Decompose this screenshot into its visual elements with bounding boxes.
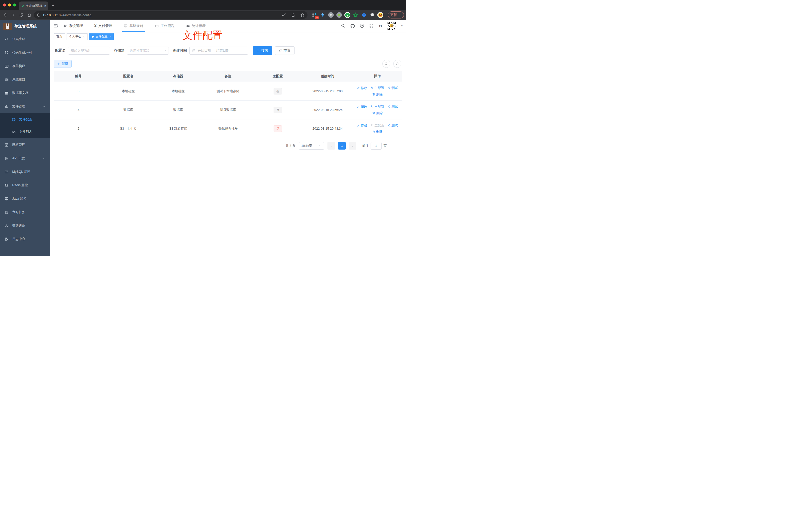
storage-label: 存储器 — [114, 48, 124, 53]
test-link[interactable]: 测试 — [387, 104, 398, 109]
browser-menu-icon[interactable]: ⋮ — [398, 13, 402, 17]
sidebar-item-java-monitor[interactable]: Java 监控 — [0, 192, 50, 205]
delete-link[interactable]: 删除 — [372, 111, 382, 115]
sidebar-item-system-api[interactable]: 系统接口 — [0, 73, 50, 86]
chrome-update-button[interactable]: 更新 ⋮ — [388, 11, 404, 19]
add-button[interactable]: 新增 — [54, 60, 71, 68]
sidebar-item-form-builder[interactable]: 表单构建 — [0, 59, 50, 73]
search-button[interactable]: 搜索 — [253, 47, 272, 55]
test-link[interactable]: 测试 — [387, 86, 398, 90]
command-extension-icon[interactable]: ⌘ — [328, 12, 334, 18]
help-icon[interactable] — [359, 24, 364, 28]
star-extension-icon[interactable] — [353, 12, 358, 18]
avatar-caret-icon[interactable]: ▾ — [401, 24, 403, 27]
search-icon — [257, 49, 260, 52]
gem-extension-icon[interactable] — [320, 12, 326, 18]
forward-icon[interactable] — [10, 12, 17, 18]
delete-link[interactable]: 删除 — [372, 130, 382, 134]
sidebar-item-code-demo[interactable]: 代码生成示例 — [0, 46, 50, 59]
user-avatar-qr[interactable] — [387, 21, 397, 31]
sidebar-item-file-config[interactable]: 文件配置 — [0, 113, 50, 126]
sidebar-item-tracing[interactable]: 链路追踪 — [0, 219, 50, 232]
tag-profile[interactable]: 个人中心 × — [66, 33, 88, 40]
emoji-extension-icon[interactable] — [377, 12, 383, 18]
date-range-picker[interactable]: 开始日期 - 结束日期 — [189, 47, 248, 55]
chevron-down-icon — [319, 144, 322, 147]
storage-select[interactable]: 请选择存储器 — [127, 47, 169, 55]
refresh-icon — [279, 49, 282, 52]
prev-page-button[interactable] — [327, 142, 335, 150]
test-link[interactable]: 测试 — [387, 123, 398, 128]
extensions-cluster: 11 ⌘ y — [310, 12, 385, 18]
sidebar-item-file-management[interactable]: 文件管理 — [0, 100, 50, 113]
url-text[interactable]: 127.0.0.1:1024/infra/file/file-config — [42, 13, 91, 17]
set-master-link[interactable]: 主配置 — [371, 86, 384, 90]
sidebar-item-file-list[interactable]: 文件列表 — [0, 126, 50, 138]
browser-tab[interactable]: 芋道管理系统 × — [19, 1, 48, 10]
url-bar[interactable]: 127.0.0.1:1024/infra/file/file-config — [34, 11, 308, 19]
collapse-sidebar-icon[interactable] — [53, 24, 58, 28]
trash-icon — [372, 93, 375, 96]
sidebar-item-log-center[interactable]: 日志中心 — [0, 232, 50, 246]
sidebar-item-redis-monitor[interactable]: Redis 监控 — [0, 179, 50, 192]
close-window-button[interactable] — [3, 3, 6, 6]
yudao-extension-icon[interactable]: y — [344, 12, 350, 18]
back-icon[interactable] — [2, 12, 8, 18]
set-master-link[interactable]: 主配置 — [371, 104, 384, 109]
end-date-placeholder[interactable]: 结束日期 — [216, 48, 229, 53]
nav-system-management[interactable]: 系统管理 — [63, 20, 83, 32]
sidebar-item-db-doc[interactable]: 数据库文档 — [0, 86, 50, 100]
zoom-window-button[interactable] — [13, 3, 16, 6]
page-size-select[interactable]: 10条/页 — [299, 142, 324, 150]
reload-icon[interactable] — [18, 12, 24, 18]
edit-link[interactable]: 修改 — [357, 123, 367, 128]
next-page-button[interactable] — [349, 142, 356, 150]
github-icon[interactable] — [350, 24, 355, 28]
current-page-button[interactable]: 1 — [338, 142, 346, 150]
eye-extension-icon[interactable] — [361, 12, 367, 18]
reset-button[interactable]: 重置 — [275, 47, 294, 55]
tag-home[interactable]: 首页 — [54, 33, 65, 40]
show-search-button[interactable] — [382, 60, 390, 68]
goto-page-input[interactable] — [371, 142, 382, 150]
start-date-placeholder[interactable]: 开始日期 — [198, 48, 211, 53]
tab-close-icon[interactable]: × — [44, 4, 46, 8]
tag-file-config[interactable]: 文件配置 × — [89, 33, 114, 40]
sidebar-item-config-management[interactable]: 配置管理 — [0, 138, 50, 152]
site-info-icon[interactable] — [37, 13, 41, 17]
sidebar-item-mysql-monitor[interactable]: MySQL 监控 — [0, 165, 50, 179]
close-icon[interactable]: × — [83, 35, 85, 38]
puzzle-extensions-icon[interactable] — [369, 12, 375, 18]
minimize-window-button[interactable] — [8, 3, 11, 6]
password-key-icon[interactable] — [282, 13, 286, 17]
primary-status-badge: 否 — [273, 88, 282, 94]
share-icon[interactable] — [291, 13, 295, 17]
sidebar-item-api-log[interactable]: API 日志 — [0, 152, 50, 165]
layers-icon — [4, 183, 9, 187]
bookmark-star-icon[interactable] — [300, 13, 304, 17]
new-tab-button[interactable]: + — [52, 3, 54, 8]
delete-link[interactable]: 删除 — [372, 92, 382, 97]
tampermonkey-extension-icon[interactable]: 11 — [312, 12, 317, 18]
sidebar-item-scheduled-tasks[interactable]: 定时任务 — [0, 205, 50, 219]
edit-link[interactable]: 修改 — [357, 104, 367, 109]
close-icon[interactable]: × — [109, 35, 111, 38]
trash-icon — [372, 112, 375, 115]
file-config-table: 编号 配置名 存储器 备注 主配置 创建时间 操作 5 本地磁盘 本地磁盘 测试 — [54, 71, 402, 138]
nav-workflow[interactable]: 工作流程 — [155, 20, 175, 32]
font-size-icon[interactable]: тT — [379, 24, 382, 28]
nav-payment-management[interactable]: ¥ 支付管理 — [94, 20, 112, 32]
fullscreen-icon[interactable] — [369, 24, 374, 28]
page-content: 配置名 存储器 请选择存储器 创建时间 开始日期 - 结束日期 搜索 — [50, 41, 406, 256]
home-icon[interactable] — [26, 12, 32, 18]
goto-page: 前往 页 — [362, 142, 387, 150]
refresh-table-button[interactable] — [393, 60, 401, 68]
search-icon[interactable] — [341, 24, 345, 28]
nav-infrastructure[interactable]: 基础设施 — [124, 20, 143, 32]
sidebar-item-code-gen[interactable]: 代码生成 — [0, 32, 50, 46]
dot-extension-icon[interactable] — [336, 12, 342, 18]
sliders-icon — [4, 78, 9, 82]
edit-link[interactable]: 修改 — [357, 86, 367, 90]
table-row: 5 本地磁盘 本地磁盘 测试下本地存储 否 2022-03-15 23:57:0… — [54, 82, 402, 100]
config-name-input[interactable] — [68, 47, 110, 55]
